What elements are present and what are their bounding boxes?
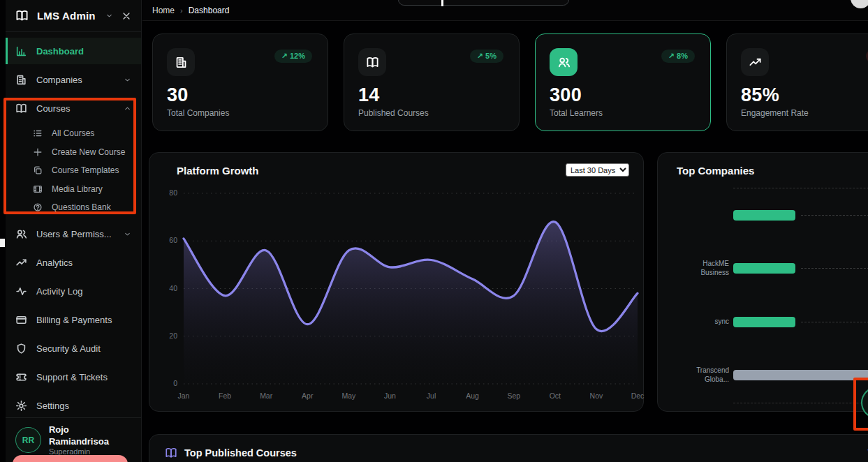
- users-icon: [557, 56, 571, 69]
- stat-card-engagement-rate: ↘ 85%Engagement Rate: [726, 33, 868, 131]
- y-axis-tick: 20: [155, 331, 177, 340]
- x-axis-tick: Feb: [219, 392, 231, 400]
- y-axis-tick: 40: [155, 284, 177, 292]
- time-range-select[interactable]: Last 30 Days: [566, 163, 629, 177]
- text-caret: [441, 0, 443, 6]
- sidebar-item-billing-payments[interactable]: Billing & Payments: [6, 307, 141, 334]
- y-axis-tick: 80: [155, 188, 177, 197]
- sidebar-item-label: Dashboard: [36, 46, 84, 57]
- trending-up-icon: [15, 257, 27, 269]
- building-icon: [15, 74, 27, 86]
- company-bar: [733, 263, 795, 274]
- shield-icon: [15, 343, 27, 355]
- panel-title-top-published-courses: Top Published Courses: [184, 447, 297, 459]
- sidebar-subitem-all-courses[interactable]: All Courses: [6, 124, 141, 143]
- stat-label: Published Courses: [358, 108, 505, 118]
- breadcrumb-current: Dashboard: [189, 6, 230, 15]
- x-axis-tick: Jan: [178, 392, 190, 400]
- growth-x-axis: JanFebMarAprMayJunJulAugSepOctNovDec: [184, 392, 638, 401]
- sidebar-item-users-permissions[interactable]: Users & Permiss...: [6, 221, 141, 248]
- stat-label: Total Companies: [167, 108, 314, 118]
- gear-icon: [15, 400, 27, 412]
- chevron-down-icon: [124, 230, 131, 238]
- sidebar-subitem-questions-bank[interactable]: Questions Bank: [6, 198, 141, 217]
- window-edge-strip: [0, 0, 6, 462]
- x-axis-tick: Nov: [590, 392, 603, 400]
- bar-chart-gridline: [733, 188, 868, 188]
- x-axis-tick: Jun: [384, 392, 396, 400]
- activity-icon: [15, 285, 27, 297]
- stat-card-published-courses: ↗ 5%14Published Courses: [344, 33, 520, 131]
- stat-card-total-learners: ↗ 8%300Total Learners: [535, 33, 711, 131]
- cursor-artifact: [0, 239, 5, 247]
- sidebar-subitem-create-new-course[interactable]: Create New Course: [6, 143, 141, 162]
- sidebar-item-companies[interactable]: Companies: [6, 66, 141, 93]
- copy-icon: [33, 165, 43, 175]
- sidebar-subitem-course-templates[interactable]: Course Templates: [6, 161, 141, 180]
- x-axis-tick: Mar: [260, 392, 272, 400]
- app-title: LMS Admin: [37, 10, 96, 22]
- book-open-icon: [366, 56, 379, 69]
- sidebar-item-label: Security & Audit: [36, 343, 101, 354]
- close-icon[interactable]: [122, 11, 131, 21]
- bar-leader-line: [801, 322, 868, 322]
- sidebar-subitem-label: Questions Bank: [52, 202, 111, 212]
- y-axis-tick: 60: [155, 236, 177, 244]
- bar-leader-line: [801, 268, 868, 269]
- sidebar-item-label: Support & Tickets: [36, 372, 108, 382]
- company-bar: [733, 370, 868, 380]
- sidebar-item-support-tickets[interactable]: Support & Tickets: [6, 364, 141, 391]
- stat-icon-box: [167, 48, 195, 76]
- trend-badge: ↗ 12%: [274, 50, 312, 63]
- company-label: sync: [675, 318, 729, 327]
- sidebar-subitem-media-library[interactable]: Media Library: [6, 180, 141, 199]
- sidebar-item-courses[interactable]: Courses: [6, 95, 141, 121]
- sidebar-item-label: Users & Permiss...: [36, 229, 112, 239]
- stat-value: 300: [550, 84, 696, 106]
- top-published-courses-panel: Top Published Courses View All: [149, 434, 868, 462]
- sidebar-item-activity-log[interactable]: Activity Log: [6, 278, 141, 305]
- header-avatar[interactable]: [851, 0, 868, 8]
- company-bar-row: [675, 201, 868, 229]
- breadcrumb-home[interactable]: Home: [152, 6, 175, 15]
- chevron-down-icon[interactable]: [105, 12, 113, 20]
- film-icon: [33, 184, 43, 194]
- bar-leader-line: [801, 215, 868, 216]
- bar-chart-icon: [15, 45, 27, 57]
- top-companies-panel: Top Companies HackME BusinesssyncTransce…: [657, 152, 868, 412]
- trending-up-icon: [749, 56, 762, 69]
- x-axis-tick: Jul: [427, 392, 436, 400]
- breadcrumb-separator: ›: [180, 6, 183, 15]
- book-open-icon: [165, 447, 177, 459]
- company-bar: [733, 317, 795, 327]
- stats-row: ↗ 12%30Total Companies↗ 5%14Published Co…: [152, 33, 868, 131]
- sidebar-nav: DashboardCompaniesCoursesAll CoursesCrea…: [6, 38, 141, 419]
- sidebar: LMS Admin DashboardCompaniesCoursesAll C…: [6, 0, 142, 462]
- stat-card-total-companies: ↗ 12%30Total Companies: [152, 33, 328, 131]
- company-bar-row: HackME Business: [675, 254, 868, 282]
- company-bar-row: sync: [675, 308, 868, 336]
- company-label: Transcend Globa...: [675, 366, 729, 384]
- x-axis-tick: Dec: [631, 392, 645, 400]
- logout-button[interactable]: [13, 455, 128, 462]
- user-role: Superadmin: [49, 447, 131, 456]
- platform-growth-panel: Platform Growth Last 30 Days JanFebMarAp…: [149, 152, 644, 412]
- stat-value: 30: [167, 84, 314, 106]
- bar-chart-gridline: [733, 403, 868, 403]
- sidebar-item-label: Activity Log: [36, 286, 82, 297]
- trend-badge: ↗ 5%: [470, 50, 503, 63]
- search-input[interactable]: [398, 0, 569, 6]
- user-name: Rojo Ramiandrisoa: [49, 424, 131, 447]
- sidebar-item-security-audit[interactable]: Security & Audit: [6, 336, 141, 362]
- stat-icon-box: [358, 48, 386, 76]
- app-logo-book-icon: [15, 9, 29, 22]
- sidebar-item-settings[interactable]: Settings: [6, 393, 141, 419]
- sidebar-item-label: Billing & Payments: [36, 315, 112, 325]
- users-icon: [15, 228, 27, 240]
- company-bar: [733, 210, 795, 221]
- x-axis-tick: Apr: [302, 392, 313, 400]
- sidebar-item-dashboard[interactable]: Dashboard: [6, 38, 141, 64]
- trend-badge: ↗ 8%: [661, 50, 695, 63]
- breadcrumb: Home › Dashboard: [152, 0, 229, 21]
- sidebar-item-analytics[interactable]: Analytics: [6, 250, 141, 276]
